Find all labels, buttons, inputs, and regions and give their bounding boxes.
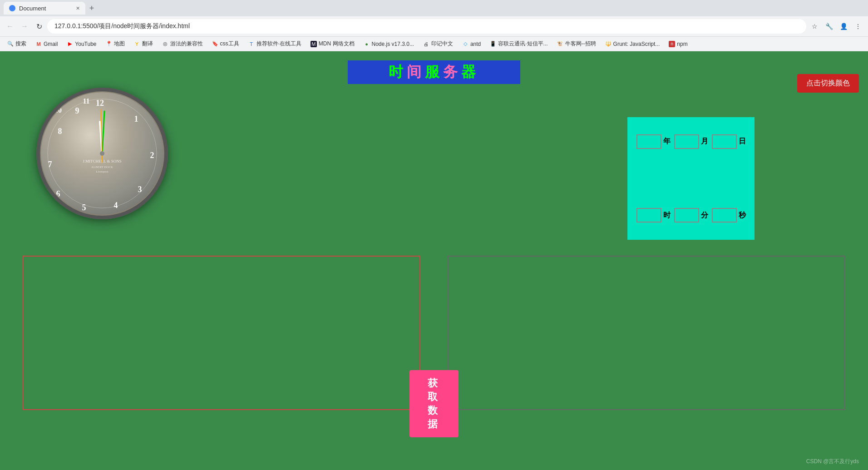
tab-title: Document — [19, 5, 46, 12]
tab-bar: Document ✕ + — [0, 0, 868, 16]
bookmark-antd-label: antd — [470, 41, 481, 47]
bookmark-css[interactable]: 🔖 css工具 — [208, 39, 243, 49]
minute-input[interactable] — [674, 208, 699, 223]
toolbar-icons: ☆ 🔧 👤 ⋮ — [808, 20, 864, 33]
back-button[interactable]: ← — [4, 20, 16, 33]
svg-text:9: 9 — [75, 106, 79, 115]
npm-icon: n — [669, 41, 675, 47]
bookmark-rongcloud-label: 容联云通讯·短信平... — [498, 40, 547, 48]
day-input[interactable] — [712, 134, 737, 149]
bookmark-maps[interactable]: 📍 地图 — [102, 39, 128, 49]
title-char-jian: 间 — [407, 62, 425, 82]
second-label: 秒 — [739, 211, 746, 220]
color-toggle-button[interactable]: 点击切换颜色 — [797, 74, 859, 93]
profile-button[interactable]: 👤 — [837, 20, 850, 33]
address-bar-row: ← → ↻ ☆ 🔧 👤 ⋮ — [0, 16, 868, 36]
bookmark-star-button[interactable]: ☆ — [808, 20, 821, 33]
tools-icon: T — [248, 41, 255, 47]
bookmark-tools[interactable]: T 推荐软件·在线工具 — [245, 39, 305, 49]
title-char-wu: 务 — [443, 62, 461, 82]
bookmark-npm[interactable]: n npm — [665, 39, 691, 49]
bookmark-maps-label: 地图 — [114, 40, 125, 48]
maps-icon: 📍 — [106, 41, 112, 47]
minute-cell: 分 — [674, 208, 708, 223]
translate-icon: Y — [134, 41, 140, 47]
svg-point-19 — [100, 151, 104, 156]
day-label: 日 — [739, 137, 746, 146]
title-char-qi: 器 — [461, 62, 479, 82]
hour-cell: 时 — [636, 208, 671, 223]
month-input[interactable] — [674, 134, 699, 149]
get-data-button[interactable]: 获 取 数 据 — [409, 370, 459, 437]
bookmark-nodejs-label: Node.js v17.3.0... — [372, 41, 414, 47]
youtube-icon: ▶ — [67, 41, 73, 47]
tab-close-button[interactable]: ✕ — [76, 5, 80, 11]
bookmark-translate-label: 翻译 — [142, 40, 153, 48]
bookmark-compat-label: 游法的兼容性 — [170, 40, 203, 48]
compat-icon: ◎ — [162, 41, 168, 47]
svg-text:11: 11 — [83, 97, 89, 105]
bookmark-compat[interactable]: ◎ 游法的兼容性 — [158, 39, 207, 49]
year-input[interactable] — [636, 134, 661, 149]
tab-favicon — [9, 5, 15, 11]
bookmark-mdn[interactable]: M MDN 网络文档 — [307, 39, 358, 49]
grunt-icon: 🔱 — [605, 41, 612, 47]
bookmark-youtube[interactable]: ▶ YouTube — [63, 39, 100, 49]
svg-text:6: 6 — [56, 189, 60, 198]
bookmark-niuke[interactable]: 🐮 牛客网--招聘 — [553, 39, 600, 49]
niuke-icon: 🐮 — [557, 41, 563, 47]
hour-input[interactable] — [636, 208, 661, 223]
svg-text:4: 4 — [114, 201, 118, 210]
second-cell: 秒 — [712, 208, 746, 223]
title-banner: 时 间 服 务 器 — [348, 60, 520, 84]
month-cell: 月 — [674, 134, 708, 149]
bookmark-nodejs[interactable]: ● Node.js v17.3.0... — [360, 39, 418, 49]
bookmark-yinjizh[interactable]: 🖨 印记中文 — [419, 39, 457, 49]
clock-face: 12 1 2 3 4 5 6 7 8 9 10 11 J.MITCHELL & … — [36, 88, 168, 219]
svg-text:8: 8 — [58, 127, 62, 136]
yinjizh-icon: 🖨 — [423, 41, 429, 47]
datetime-panel: 年 月 日 时 分 秒 — [627, 117, 755, 240]
svg-text:ALBERT DOCK: ALBERT DOCK — [91, 165, 113, 169]
svg-text:7: 7 — [48, 160, 52, 169]
bookmark-rongcloud[interactable]: 📱 容联云通讯·短信平... — [486, 39, 551, 49]
bookmark-gmail-label: Gmail — [44, 41, 58, 47]
bookmark-npm-label: npm — [677, 41, 687, 47]
svg-line-17 — [102, 111, 104, 153]
day-cell: 日 — [712, 134, 746, 149]
bookmark-niuke-label: 牛客网--招聘 — [565, 40, 596, 48]
date-row: 年 月 日 — [636, 134, 745, 149]
nodejs-icon: ● — [364, 41, 370, 47]
bookmark-translate[interactable]: Y 翻译 — [130, 39, 157, 49]
active-tab[interactable]: Document ✕ — [4, 2, 85, 15]
address-input[interactable] — [47, 19, 806, 34]
bookmark-search[interactable]: 🔍 搜索 — [4, 39, 30, 49]
new-tab-button[interactable]: + — [85, 2, 98, 15]
svg-text:10: 10 — [54, 106, 62, 114]
bookmark-search-label: 搜索 — [15, 40, 26, 48]
bookmark-grunt[interactable]: 🔱 Grunt: JavaScript... — [602, 39, 664, 49]
hour-label: 时 — [663, 211, 671, 220]
second-input[interactable] — [712, 208, 737, 223]
gmail-icon: M — [35, 41, 42, 47]
forward-button[interactable]: → — [18, 20, 31, 33]
month-label: 月 — [701, 137, 708, 146]
year-cell: 年 — [636, 134, 671, 149]
bookmark-mdn-label: MDN 网络文档 — [319, 40, 355, 48]
bookmark-gmail[interactable]: M Gmail — [32, 39, 61, 49]
watermark: CSDN @言不及行yds — [806, 458, 859, 465]
title-char-fu: 服 — [425, 62, 443, 82]
svg-text:12: 12 — [96, 99, 104, 108]
svg-text:1: 1 — [134, 114, 138, 124]
browser-chrome: Document ✕ + ← → ↻ ☆ 🔧 👤 ⋮ 🔍 搜索 M Gmail … — [0, 0, 868, 51]
clock-inner: 12 1 2 3 4 5 6 7 8 9 10 11 J.MITCHELL & … — [41, 92, 163, 215]
menu-button[interactable]: ⋮ — [852, 20, 864, 33]
refresh-button[interactable]: ↻ — [33, 20, 45, 33]
year-label: 年 — [663, 137, 671, 146]
bookmarks-bar: 🔍 搜索 M Gmail ▶ YouTube 📍 地图 Y 翻译 ◎ 游法的兼容… — [0, 36, 868, 51]
title-char-shi: 时 — [389, 62, 407, 82]
extension-button[interactable]: 🔧 — [823, 20, 835, 33]
minute-label: 分 — [701, 211, 708, 220]
left-lower-box — [23, 256, 420, 410]
bookmark-antd[interactable]: ◇ antd — [459, 39, 484, 49]
